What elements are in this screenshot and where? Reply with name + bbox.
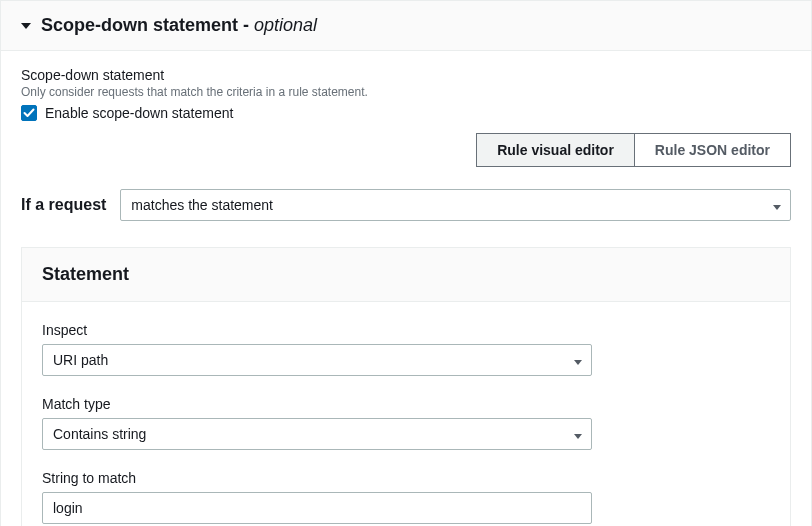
statement-body: Inspect URI path Match type Contains str… — [22, 302, 790, 526]
request-match-selected: matches the statement — [131, 197, 273, 213]
statement-title: Statement — [42, 264, 770, 285]
editor-toggle-group: Rule visual editor Rule JSON editor — [21, 133, 791, 167]
match-type-selected: Contains string — [53, 426, 146, 442]
inspect-selected: URI path — [53, 352, 108, 368]
inspect-label: Inspect — [42, 322, 770, 338]
string-to-match-input[interactable] — [42, 492, 592, 524]
request-match-select[interactable]: matches the statement — [120, 189, 791, 221]
editor-segmented-control: Rule visual editor Rule JSON editor — [476, 133, 791, 167]
enable-scope-checkbox-label: Enable scope-down statement — [45, 105, 233, 121]
panel-title-sep: - — [238, 15, 254, 35]
enable-scope-checkbox-row: Enable scope-down statement — [21, 105, 791, 121]
statement-panel: Statement Inspect URI path Match type — [21, 247, 791, 526]
panel-title-optional: optional — [254, 15, 317, 35]
check-icon — [23, 107, 35, 119]
match-type-group: Match type Contains string — [42, 396, 770, 450]
inspect-group: Inspect URI path — [42, 322, 770, 376]
inspect-select[interactable]: URI path — [42, 344, 592, 376]
inspect-select-wrap: URI path — [42, 344, 592, 376]
if-request-label: If a request — [21, 196, 106, 214]
panel-title-main: Scope-down statement — [41, 15, 238, 35]
match-type-select-wrap: Contains string — [42, 418, 592, 450]
statement-header: Statement — [22, 248, 790, 302]
request-match-select-wrap: matches the statement — [120, 189, 791, 221]
scope-down-panel: Scope-down statement - optional Scope-do… — [0, 0, 812, 526]
enable-scope-checkbox[interactable] — [21, 105, 37, 121]
string-to-match-group: String to match — [42, 470, 770, 524]
panel-title: Scope-down statement - optional — [41, 15, 317, 36]
collapse-caret-icon — [21, 23, 31, 29]
rule-json-editor-button[interactable]: Rule JSON editor — [634, 134, 790, 166]
string-to-match-label: String to match — [42, 470, 770, 486]
match-type-select[interactable]: Contains string — [42, 418, 592, 450]
rule-visual-editor-button[interactable]: Rule visual editor — [477, 134, 634, 166]
scope-description: Only consider requests that match the cr… — [21, 85, 791, 99]
if-request-row: If a request matches the statement — [21, 189, 791, 221]
panel-body: Scope-down statement Only consider reque… — [1, 51, 811, 526]
match-type-label: Match type — [42, 396, 770, 412]
scope-label: Scope-down statement — [21, 67, 791, 83]
panel-header[interactable]: Scope-down statement - optional — [1, 1, 811, 51]
